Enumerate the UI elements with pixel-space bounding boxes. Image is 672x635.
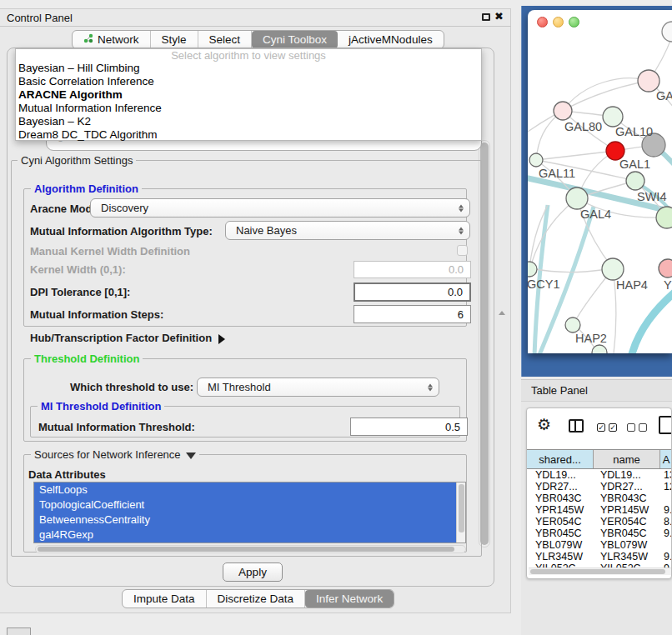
network-node-y[interactable]	[659, 259, 672, 278]
column-layout-icon[interactable]	[569, 419, 584, 432]
table-rows[interactable]: YDL19...YDL19...13YDR27...YDR27...12YBR0…	[527, 469, 672, 568]
table-hscrollbar[interactable]	[529, 568, 671, 575]
table-cell	[660, 492, 672, 504]
data-attributes-list[interactable]: SelfLoopsTopologicalCoefficientBetweenne…	[33, 482, 466, 543]
export-table-icon[interactable]	[659, 416, 672, 434]
expand-right-icon	[218, 334, 225, 344]
table-row[interactable]: YDR27...YDR27...12	[527, 481, 672, 492]
mi-threshold-label: Mutual Information Threshold:	[38, 421, 195, 433]
mi-steps-field[interactable]: 6	[354, 305, 471, 323]
algorithm-option[interactable]: Dream8 DC_TDC Algorithm	[16, 128, 481, 142]
table-row[interactable]: YPR145WYPR145W9.	[527, 504, 672, 516]
node-label: GAL4	[580, 208, 611, 221]
algorithm-dropdown-prompt: Select algorithm to view settings	[16, 49, 481, 62]
gear-icon[interactable]: ⚙	[537, 415, 551, 434]
algorithm-option[interactable]: ARACNE Algorithm	[16, 88, 481, 102]
table-row[interactable]: YLR345WYLR345W9.	[527, 551, 672, 562]
combo-stepper-icon	[459, 204, 464, 212]
table-row[interactable]: YBL079WYBL079W	[527, 539, 672, 551]
table-cell: YLR345W	[527, 551, 594, 562]
table-cell: YPR145W	[527, 504, 594, 516]
network-node-swi4[interactable]	[656, 207, 672, 228]
kernel-width-label: Kernel Width (0,1):	[30, 263, 126, 276]
attribute-item[interactable]: SelfLoops	[34, 482, 456, 498]
column-header-partial[interactable]: A	[660, 450, 672, 468]
table-row[interactable]: YBR045CYBR045C9.	[527, 528, 672, 539]
table-row[interactable]: YBR043CYBR043C	[527, 492, 672, 504]
network-canvas[interactable]: GALGAL80GAL10GAL1GAL11SWI4GAL4GCY1HAP4YH…	[528, 10, 672, 353]
panel-splitter-arrow[interactable]	[499, 311, 505, 315]
mi-type-select[interactable]: Naive Bayes	[225, 221, 470, 240]
table-cell	[660, 539, 672, 551]
attribute-item[interactable]: BetweennessCentrality	[34, 512, 456, 528]
algorithm-option[interactable]: Bayesian – K2	[16, 115, 481, 128]
table-cell: YBR045C	[527, 528, 594, 539]
mi-type-value: Naive Bayes	[236, 224, 297, 237]
table-cell: YBR043C	[527, 492, 594, 504]
tab-cyni-toolbox[interactable]: Cyni Toolbox	[252, 31, 338, 48]
attribute-item[interactable]: gal4RGexp	[34, 528, 456, 542]
algorithm-option[interactable]: Basic Correlation Inference	[16, 75, 481, 88]
network-node-hap4[interactable]	[602, 258, 624, 280]
tab-network[interactable]: Network	[73, 31, 151, 48]
close-icon[interactable]: ✖	[494, 10, 504, 22]
kernel-width-field: 0.0	[354, 261, 471, 278]
tab-style[interactable]: Style	[151, 31, 198, 48]
table-row[interactable]: YDL19...YDL19...13	[527, 469, 672, 481]
dpi-tolerance-field[interactable]: 0.0	[354, 282, 471, 302]
apply-button[interactable]: Apply	[223, 562, 283, 582]
control-panel-tabbar: Network Style Select Cyni Toolbox jActiv…	[72, 30, 444, 49]
network-node-gal4[interactable]	[566, 188, 588, 209]
settings-hscrollbar[interactable]	[35, 545, 466, 553]
network-node[interactable]	[662, 22, 672, 42]
network-node-gal11[interactable]	[529, 153, 543, 167]
node-table-card: ⚙ ✓ ✓ shared... name A YDL19...YDL19...1…	[526, 408, 672, 579]
table-row[interactable]: YER054CYER054C8.	[527, 516, 672, 528]
tab-select[interactable]: Select	[198, 31, 253, 48]
network-node-hap2[interactable]	[565, 318, 580, 332]
tab-infer-network[interactable]: Infer Network	[305, 590, 394, 608]
column-header-shared-name[interactable]: shared...	[527, 450, 594, 468]
dpi-tolerance-label: DPI Tolerance [0,1]:	[30, 286, 130, 298]
which-threshold-select[interactable]: MI Threshold	[197, 378, 439, 397]
deselect-checkbox-icon[interactable]	[627, 423, 635, 432]
table-header-row: shared... name A	[527, 449, 672, 469]
network-node[interactable]	[626, 172, 644, 190]
mi-steps-label: Mutual Information Steps:	[30, 308, 163, 321]
node-label: GAL10	[615, 125, 653, 138]
deselect-checkbox-icon[interactable]	[639, 423, 647, 432]
node-label: GAL11	[539, 167, 575, 180]
table-cell: YDR27...	[594, 481, 660, 492]
float-window-icon[interactable]	[482, 13, 490, 21]
algorithm-option[interactable]: Bayesian – Hill Climbing	[16, 62, 481, 75]
aracne-mode-select[interactable]: Discovery	[90, 198, 470, 218]
attribute-list-scrollbar[interactable]	[456, 482, 465, 542]
tab-network-label: Network	[98, 33, 139, 46]
column-header-name[interactable]: name	[594, 450, 660, 468]
table-cell: YBL079W	[594, 539, 660, 551]
sources-group-title[interactable]: Sources for Network Inference	[31, 448, 199, 461]
select-all-checkbox-icon[interactable]: ✓	[597, 423, 605, 432]
tab-jactivemnodules[interactable]: jActiveMNodules	[338, 31, 444, 48]
tab-impute-data[interactable]: Impute Data	[123, 590, 207, 608]
node-label: GAL80	[564, 120, 602, 133]
select-all-checkbox-icon[interactable]: ✓	[609, 423, 617, 432]
tab-discretize-data[interactable]: Discretize Data	[207, 590, 306, 608]
mi-threshold-field[interactable]: 0.5	[350, 418, 468, 436]
network-node-gal10[interactable]	[603, 107, 623, 127]
collapse-down-icon	[186, 452, 196, 459]
table-cell: YDR27...	[527, 481, 594, 492]
mi-threshold-group-title: MI Threshold Definition	[38, 400, 164, 412]
cyni-settings-title: Cyni Algorithm Settings	[18, 154, 136, 167]
manual-kernel-width-checkbox[interactable]	[457, 245, 468, 256]
algorithm-option[interactable]: Mutual Information Inference	[16, 102, 481, 115]
attribute-item[interactable]: TopologicalCoefficient	[34, 498, 456, 512]
network-node-gcy1[interactable]	[528, 262, 537, 277]
docked-panel-icon[interactable]	[7, 628, 31, 635]
network-node-gal80[interactable]	[554, 102, 572, 120]
table-cell: YBR045C	[594, 528, 660, 539]
network-nodes[interactable]	[528, 22, 672, 353]
network-window[interactable]: GALGAL80GAL10GAL1GAL11SWI4GAL4GCY1HAP4YH…	[528, 10, 672, 353]
combo-stepper-icon	[459, 227, 464, 234]
hub-definition-toggle[interactable]: Hub/Transcription Factor Definition	[30, 332, 225, 344]
